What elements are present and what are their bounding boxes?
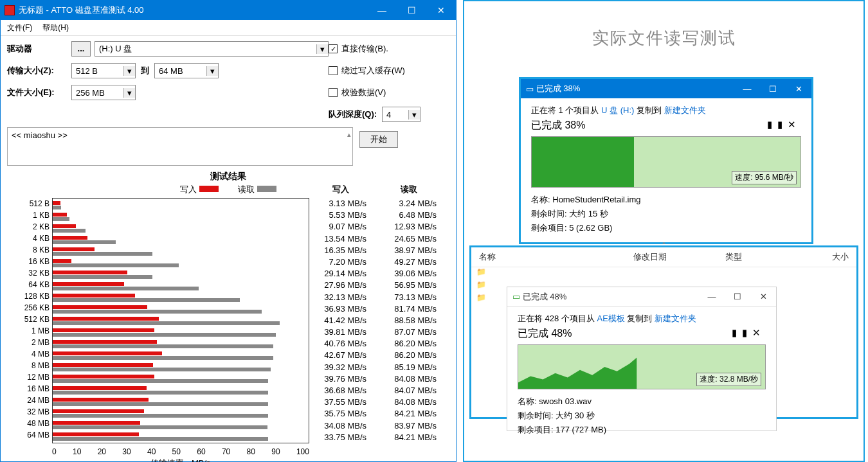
bar-row bbox=[53, 246, 309, 258]
cancel-button[interactable]: ✕ bbox=[752, 327, 766, 338]
direct-io-checkbox[interactable]: ✓ 直接传输(B). bbox=[329, 43, 449, 55]
bar-row bbox=[53, 304, 309, 315]
scroll-up-icon[interactable]: ▴ bbox=[347, 130, 351, 139]
bar-row bbox=[53, 315, 309, 327]
category-label: 256 KB bbox=[7, 302, 52, 314]
category-label: 4 KB bbox=[7, 233, 52, 244]
col-date[interactable]: 修改日期 bbox=[633, 251, 726, 263]
label-transfer-size: 传输大小(Z): bbox=[7, 65, 71, 76]
read-value: 85.19 MB/s bbox=[379, 362, 449, 373]
bar-row bbox=[53, 327, 309, 339]
read-value: 39.06 MB/s bbox=[379, 268, 449, 280]
category-label: 1 MB bbox=[7, 325, 52, 337]
bypass-cache-checkbox[interactable]: 绕过写入缓存(W) bbox=[329, 65, 449, 76]
start-button[interactable]: 开始 bbox=[359, 131, 398, 148]
write-value: 37.55 MB/s bbox=[309, 396, 379, 408]
category-label: 8 MB bbox=[7, 360, 52, 371]
category-label: 8 KB bbox=[7, 244, 52, 256]
write-value: 32.13 MB/s bbox=[309, 292, 379, 303]
queue-depth-combo[interactable]: 4▾ bbox=[382, 107, 420, 122]
menu-file[interactable]: 文件(F) bbox=[3, 21, 36, 35]
drive-browse-button[interactable]: ... bbox=[71, 41, 91, 57]
ts-from-combo[interactable]: 512 B▾ bbox=[71, 63, 136, 78]
maximize-button[interactable]: ☐ bbox=[725, 292, 750, 301]
verify-checkbox[interactable]: 校验数据(V) bbox=[329, 87, 449, 98]
bar-row bbox=[53, 223, 309, 235]
write-value: 13.54 MB/s bbox=[309, 233, 379, 245]
minimize-button[interactable]: ― bbox=[699, 292, 725, 301]
atto-titlebar[interactable]: 无标题 - ATTO 磁盘基准测试 4.00 ― ☐ ✕ bbox=[1, 1, 456, 20]
read-value: 12.93 MB/s bbox=[379, 221, 449, 233]
col-name[interactable]: 名称 bbox=[479, 251, 633, 263]
bar-row bbox=[53, 350, 309, 362]
copy2-desc: 正在将 428 个项目从 AE模板 复制到 新建文件夹 bbox=[518, 313, 766, 324]
write-value: 34.08 MB/s bbox=[309, 420, 379, 432]
description-box[interactable]: << miaoshu >> ▴ bbox=[7, 127, 353, 166]
close-button[interactable]: ✕ bbox=[426, 1, 456, 20]
atto-window: 无标题 - ATTO 磁盘基准测试 4.00 ― ☐ ✕ 文件(F) 帮助(H)… bbox=[0, 0, 457, 462]
bar-row bbox=[53, 339, 309, 350]
cancel-button[interactable]: ✕ bbox=[788, 119, 801, 130]
bar-row bbox=[53, 200, 309, 211]
folder-icon: 📁 bbox=[476, 280, 487, 289]
read-value: 83.97 MB/s bbox=[379, 420, 449, 432]
xaxis-label: 传输速率 - MB/s bbox=[52, 458, 309, 462]
copy1-titlebar[interactable]: ▭ 已完成 38% ― ☐ ✕ bbox=[521, 79, 811, 98]
chevron-down-icon: ▾ bbox=[206, 66, 218, 76]
caret-up-icon[interactable]: ˄ bbox=[662, 241, 666, 251]
write-value: 40.76 MB/s bbox=[309, 338, 379, 350]
bar-row bbox=[53, 292, 309, 304]
copy-icon: ▭ bbox=[512, 292, 523, 301]
copy1-speed: 速度: 95.6 MB/秒 bbox=[732, 171, 797, 184]
explorer-frame: ˄ 名称 修改日期 类型 大小 📁 📁 📁 ▭ 已完成 48% ― ☐ ✕ bbox=[469, 245, 858, 419]
right-heading: 实际文件读写测试 bbox=[464, 1, 863, 69]
category-label: 128 KB bbox=[7, 290, 52, 302]
col-type[interactable]: 类型 bbox=[725, 251, 802, 263]
bar-row bbox=[53, 281, 309, 292]
app-icon bbox=[5, 5, 15, 15]
maximize-button[interactable]: ☐ bbox=[397, 1, 426, 20]
category-label: 64 MB bbox=[7, 429, 52, 441]
category-label: 2 MB bbox=[7, 337, 52, 348]
label-drive: 驱动器 bbox=[7, 43, 71, 55]
bar-row bbox=[53, 373, 309, 385]
bar-row bbox=[53, 258, 309, 269]
read-value: 81.74 MB/s bbox=[379, 303, 449, 315]
close-button[interactable]: ✕ bbox=[750, 292, 776, 301]
pause-button[interactable]: ▮▮ bbox=[732, 327, 752, 338]
copy-dialog-2: ▭ 已完成 48% ― ☐ ✕ 正在将 428 个项目从 AE模板 复制到 新建… bbox=[507, 287, 777, 431]
maximize-button[interactable]: ☐ bbox=[760, 84, 786, 94]
copy1-percent: 已完成 38% ▮▮✕ bbox=[531, 119, 801, 132]
bar-row bbox=[53, 431, 309, 443]
read-swatch-icon bbox=[257, 186, 276, 192]
category-label: 48 MB bbox=[7, 418, 52, 429]
write-value: 41.42 MB/s bbox=[309, 315, 379, 326]
write-value: 7.20 MB/s bbox=[309, 256, 379, 268]
folder-icon: 📁 bbox=[476, 267, 487, 276]
copy1-desc: 正在将 1 个项目从 U 盘 (H:) 复制到 新建文件夹 bbox=[531, 105, 801, 116]
write-value: 39.32 MB/s bbox=[309, 362, 379, 373]
copy2-titlebar[interactable]: ▭ 已完成 48% ― ☐ ✕ bbox=[507, 287, 776, 307]
checkbox-icon: ✓ bbox=[329, 44, 338, 53]
col-size[interactable]: 大小 bbox=[802, 251, 849, 263]
copy1-meta: 名称: HomeStudentRetail.img 剩余时间: 大约 15 秒 … bbox=[531, 193, 801, 235]
write-swatch-icon bbox=[199, 186, 219, 192]
minimize-button[interactable]: ― bbox=[367, 1, 397, 20]
menubar: 文件(F) 帮助(H) bbox=[1, 20, 456, 36]
write-value: 39.81 MB/s bbox=[309, 326, 379, 338]
ts-to-combo[interactable]: 64 MB▾ bbox=[154, 63, 219, 78]
category-label: 1 KB bbox=[7, 209, 52, 221]
chart-xaxis: 0102030405060708090100 bbox=[52, 446, 309, 458]
drive-combo[interactable]: (H:) U 盘▾ bbox=[95, 41, 329, 57]
right-panel: 实际文件读写测试 ▭ 已完成 38% ― ☐ ✕ 正在将 1 个项目从 U 盘 … bbox=[463, 0, 865, 462]
category-label: 512 KB bbox=[7, 314, 52, 325]
write-value: 3.13 MB/s bbox=[309, 198, 379, 209]
bar-row bbox=[53, 269, 309, 281]
minimize-button[interactable]: ― bbox=[734, 84, 760, 94]
filesize-combo[interactable]: 256 MB▾ bbox=[71, 85, 136, 100]
menu-help[interactable]: 帮助(H) bbox=[39, 21, 73, 35]
close-button[interactable]: ✕ bbox=[786, 84, 811, 94]
window-title: 无标题 - ATTO 磁盘基准测试 4.00 bbox=[19, 4, 367, 16]
copy-dialog-1: ▭ 已完成 38% ― ☐ ✕ 正在将 1 个项目从 U 盘 (H:) 复制到 … bbox=[519, 77, 813, 244]
pause-button[interactable]: ▮▮ bbox=[767, 119, 788, 130]
